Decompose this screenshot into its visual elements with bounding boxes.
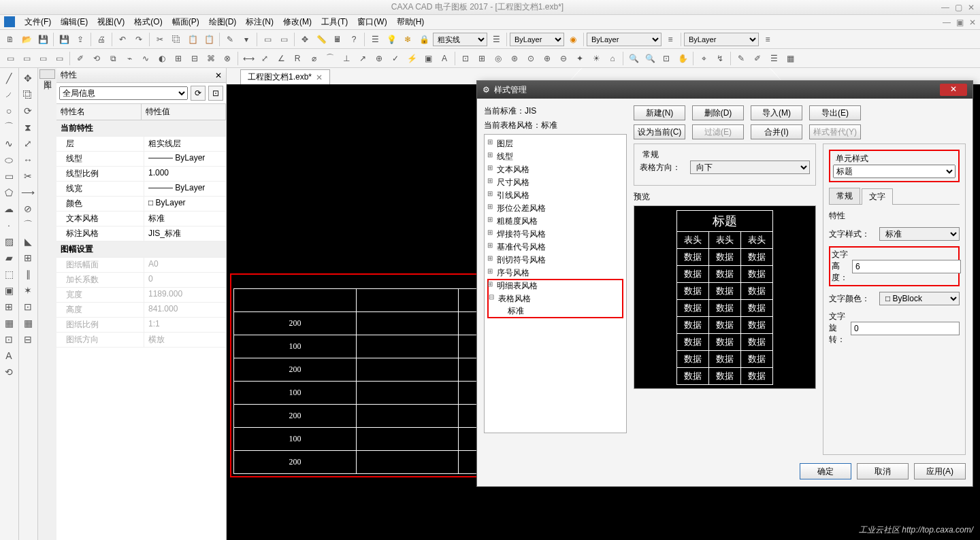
t2-8[interactable]: ⌁	[122, 51, 137, 66]
spline-icon[interactable]: ∿	[1, 136, 16, 151]
copy-tool-icon[interactable]: ⿻	[20, 87, 35, 102]
side-tab[interactable]: 图库	[39, 69, 55, 79]
t2-54[interactable]: ☰	[766, 51, 781, 66]
zoom-pan-icon[interactable]: ✋	[675, 51, 690, 66]
t2-4[interactable]: ▭	[52, 51, 67, 66]
t2-38[interactable]: ☀	[589, 51, 604, 66]
arc-icon[interactable]: ⌒	[1, 120, 16, 135]
t2-31[interactable]: ⊞	[474, 51, 489, 66]
open-icon[interactable]: 📂	[19, 32, 34, 47]
t2-12[interactable]: ⊟	[187, 51, 202, 66]
trim-icon[interactable]: ✂	[20, 169, 35, 184]
fill-icon[interactable]: ▰	[1, 250, 16, 265]
prop-value[interactable]: □ ByLayer	[144, 197, 226, 212]
t2-32[interactable]: ◎	[491, 51, 506, 66]
polygon-icon[interactable]: ⬠	[1, 185, 16, 200]
tree-item[interactable]: 图层	[487, 137, 623, 150]
t2-33[interactable]: ⊛	[507, 51, 522, 66]
tree-item[interactable]: 形位公差风格	[487, 202, 623, 215]
lock-icon[interactable]: 🔒	[416, 32, 431, 47]
dim-leader-icon[interactable]: ↗	[355, 51, 370, 66]
undo-icon[interactable]: ↶	[115, 32, 130, 47]
tab-general[interactable]: 常规	[829, 188, 860, 204]
lineweight-icon[interactable]: ≡	[760, 32, 775, 47]
mirror-icon[interactable]: ⧗	[20, 120, 35, 135]
t2-36[interactable]: ⊖	[556, 51, 571, 66]
t2-2[interactable]: ▭	[19, 51, 34, 66]
t2-34[interactable]: ⊙	[523, 51, 538, 66]
cellstyle-select[interactable]: 标题	[833, 165, 956, 178]
save-all-icon[interactable]: 💾	[56, 32, 71, 47]
scale-icon[interactable]: ⤢	[20, 136, 35, 151]
lt-19[interactable]: ⟲	[1, 365, 16, 379]
t2-37[interactable]: ✦	[572, 51, 587, 66]
menu-dim[interactable]: 标注(N)	[242, 15, 278, 29]
t2-5[interactable]: ✐	[73, 51, 88, 66]
t2-11[interactable]: ⊞	[171, 51, 186, 66]
dim-aligned-icon[interactable]: ⤢	[257, 51, 272, 66]
maximize-icon[interactable]: ▢	[955, 3, 962, 12]
match-icon[interactable]: ✎	[223, 32, 238, 47]
rect-icon[interactable]: ▭	[1, 169, 16, 184]
delete-button[interactable]: 删除(D)	[692, 105, 744, 120]
cloud-icon[interactable]: ☁	[1, 201, 16, 216]
mdi-close-icon[interactable]: ✕	[969, 18, 976, 27]
measure-icon[interactable]: 📏	[314, 32, 329, 47]
lt2-17[interactable]: ⊟	[20, 332, 35, 347]
apply-button[interactable]: 应用(A)	[914, 463, 966, 479]
prop-btn1-icon[interactable]: ⟳	[191, 86, 206, 101]
dim-angular-icon[interactable]: ∠	[274, 51, 289, 66]
close-icon[interactable]: ✕	[968, 3, 975, 12]
tree-item[interactable]: 表格风格	[489, 292, 622, 305]
dialog-close-icon[interactable]: ✕	[940, 84, 967, 96]
layer-icon[interactable]: ☰	[368, 32, 382, 47]
insert-icon[interactable]: ⊞	[1, 299, 16, 314]
tree-item[interactable]: 线型	[487, 150, 623, 163]
tree-item[interactable]: 焊接符号风格	[487, 228, 623, 241]
paste-special-icon[interactable]: 📋	[201, 32, 216, 47]
calc-icon[interactable]: 🖩	[330, 32, 345, 47]
document-tab[interactable]: 工程图文档1.exb* ✕	[240, 69, 330, 84]
cancel-button[interactable]: 取消	[857, 463, 909, 479]
hatch-icon[interactable]: ▨	[1, 234, 16, 249]
prop-selector[interactable]: 全局信息	[59, 86, 188, 100]
polyline-icon[interactable]: ⟋	[1, 87, 16, 102]
menu-view[interactable]: 视图(V)	[93, 15, 129, 29]
print-icon[interactable]: 🖨	[94, 32, 109, 47]
prop-value[interactable]: 1.000	[144, 167, 226, 182]
circle-icon[interactable]: ○	[1, 103, 16, 118]
tree-item[interactable]: 序号风格	[487, 267, 623, 280]
t2-39[interactable]: ⌂	[605, 51, 620, 66]
menu-format[interactable]: 格式(O)	[130, 15, 166, 29]
text-color-select[interactable]: □ ByBlock	[879, 292, 960, 305]
array-icon[interactable]: ⊞	[20, 250, 35, 265]
t2-53[interactable]: ✐	[750, 51, 765, 66]
t2-6[interactable]: ⟲	[89, 51, 104, 66]
t2-1[interactable]: ▭	[3, 51, 18, 66]
t2-51[interactable]: ↯	[713, 51, 728, 66]
layer-combo[interactable]: 粗实线	[433, 33, 487, 46]
export-icon[interactable]: ⇪	[73, 32, 88, 47]
tree-item[interactable]: 引线风格	[487, 189, 623, 202]
text-icon[interactable]: A	[1, 348, 16, 363]
prop-close-icon[interactable]: ✕	[215, 71, 222, 80]
break-icon[interactable]: ⊘	[20, 201, 35, 216]
t2-50[interactable]: ⌖	[696, 51, 711, 66]
redo-icon[interactable]: ↷	[131, 32, 146, 47]
tree-item[interactable]: 剖切符号风格	[487, 254, 623, 267]
point-icon[interactable]: ·	[1, 218, 16, 233]
dim-radius-icon[interactable]: R	[290, 51, 305, 66]
fillet-icon[interactable]: ⌒	[20, 218, 35, 233]
dim-datum-icon[interactable]: ▣	[421, 51, 436, 66]
lineweight-combo[interactable]: ByLayer	[684, 33, 759, 46]
menu-draw[interactable]: 绘图(D)	[205, 15, 241, 29]
lt2-15[interactable]: ⊡	[20, 299, 35, 314]
export-button[interactable]: 导出(E)	[809, 105, 861, 120]
prop-value[interactable]: 粗实线层	[144, 137, 226, 152]
cut-icon[interactable]: ✂	[152, 32, 167, 47]
prop-value[interactable]: ——— ByLayer	[144, 182, 226, 197]
bulb-icon[interactable]: 💡	[384, 32, 399, 47]
layer-mgr-icon[interactable]: ☰	[489, 32, 504, 47]
tree-item[interactable]: 粗糙度风格	[487, 215, 623, 228]
lt2-16[interactable]: ▦	[20, 316, 35, 331]
